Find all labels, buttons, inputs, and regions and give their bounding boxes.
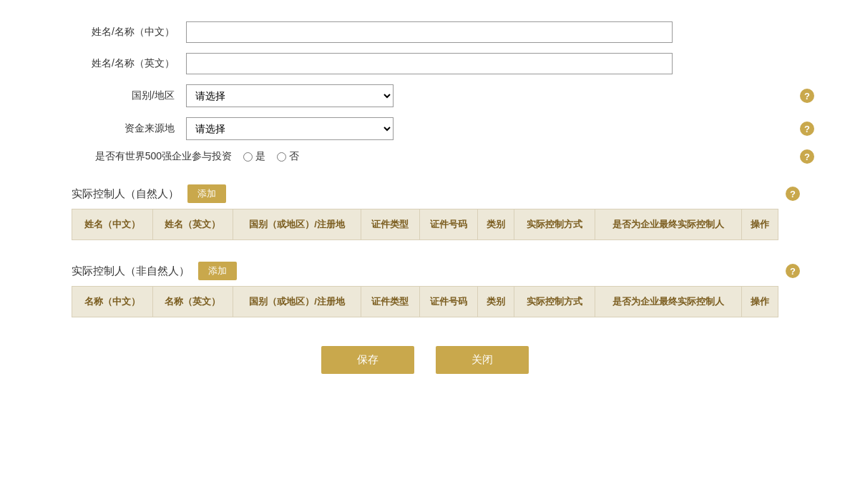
natural-person-header: 实际控制人（自然人） 添加 ? — [72, 177, 778, 209]
nnp-col-name-en: 名称（英文） — [152, 287, 233, 317]
natural-person-block: 实际控制人（自然人） 添加 ? 姓名（中文） 姓名（英文） 国别（或地区）/注册… — [72, 177, 778, 240]
np-col-control-method: 实际控制方式 — [514, 209, 595, 240]
fortune500-help-icon[interactable]: ? — [800, 149, 814, 164]
np-col-operation: 操作 — [741, 209, 778, 240]
name-cn-input[interactable] — [186, 21, 673, 43]
non-natural-person-help-icon[interactable]: ? — [786, 264, 800, 278]
fund-source-help-icon[interactable]: ? — [800, 122, 814, 136]
np-col-name-en: 姓名（英文） — [152, 209, 233, 240]
close-button[interactable]: 关闭 — [436, 346, 529, 374]
np-col-country: 国别（或地区）/注册地 — [233, 209, 361, 240]
non-natural-person-block: 实际控制人（非自然人） 添加 ? 名称（中文） 名称（英文） 国别（或地区）/注… — [72, 255, 778, 317]
np-col-name-cn: 姓名（中文） — [72, 209, 153, 240]
save-button[interactable]: 保存 — [321, 346, 414, 374]
non-natural-person-table-header-row: 名称（中文） 名称（英文） 国别（或地区）/注册地 证件类型 证件号码 类别 实… — [72, 287, 778, 317]
fortune500-yes-text: 是 — [255, 150, 265, 163]
non-natural-person-header: 实际控制人（非自然人） 添加 ? — [72, 255, 778, 286]
np-col-cert-no: 证件号码 — [419, 209, 478, 240]
nnp-col-cert-type: 证件类型 — [361, 287, 419, 317]
non-natural-person-table: 名称（中文） 名称（英文） 国别（或地区）/注册地 证件类型 证件号码 类别 实… — [72, 286, 778, 317]
nnp-col-country: 国别（或地区）/注册地 — [233, 287, 361, 317]
name-en-label: 姓名/名称（英文） — [72, 57, 186, 70]
name-en-row: 姓名/名称（英文） — [72, 53, 778, 74]
nnp-col-category: 类别 — [478, 287, 514, 317]
name-cn-label: 姓名/名称（中文） — [72, 26, 186, 39]
nnp-col-name-cn: 名称（中文） — [72, 287, 153, 317]
natural-person-table: 姓名（中文） 姓名（英文） 国别（或地区）/注册地 证件类型 证件号码 类别 实… — [72, 209, 778, 240]
fortune500-no-label[interactable]: 否 — [277, 150, 299, 163]
fund-source-row: 资金来源地 请选择 ? — [72, 117, 778, 140]
fortune500-no-text: 否 — [289, 150, 299, 163]
fortune500-radio-group: 是 否 — [243, 150, 306, 163]
fortune500-yes-radio[interactable] — [243, 152, 253, 162]
fund-source-label: 资金来源地 — [72, 122, 186, 135]
country-label: 国别/地区 — [72, 89, 186, 102]
natural-person-table-header-row: 姓名（中文） 姓名（英文） 国别（或地区）/注册地 证件类型 证件号码 类别 实… — [72, 209, 778, 240]
fund-source-select[interactable]: 请选择 — [186, 117, 394, 140]
page-container: 姓名/名称（中文） 姓名/名称（英文） 国别/地区 请选择 ? 资金来源地 请选… — [0, 0, 850, 504]
np-col-category: 类别 — [478, 209, 514, 240]
country-row: 国别/地区 请选择 ? — [72, 84, 778, 107]
non-natural-person-title: 实际控制人（非自然人） — [72, 265, 190, 278]
country-select[interactable]: 请选择 — [186, 84, 394, 107]
np-col-ultimate-controller: 是否为企业最终实际控制人 — [595, 209, 741, 240]
fortune500-no-radio[interactable] — [277, 152, 286, 162]
bottom-buttons: 保存 关闭 — [72, 346, 778, 374]
name-cn-row: 姓名/名称（中文） — [72, 21, 778, 43]
nnp-col-ultimate-controller: 是否为企业最终实际控制人 — [595, 287, 741, 317]
name-en-input[interactable] — [186, 53, 673, 74]
natural-person-help-icon[interactable]: ? — [786, 187, 800, 201]
country-help-icon[interactable]: ? — [800, 89, 814, 103]
natural-person-add-button[interactable]: 添加 — [187, 184, 226, 203]
np-col-cert-type: 证件类型 — [361, 209, 419, 240]
non-natural-person-add-button[interactable]: 添加 — [198, 262, 237, 280]
nnp-col-operation: 操作 — [741, 287, 778, 317]
fortune500-label: 是否有世界500强企业参与投资 — [72, 150, 243, 163]
nnp-col-control-method: 实际控制方式 — [514, 287, 595, 317]
nnp-col-cert-no: 证件号码 — [419, 287, 478, 317]
fortune500-yes-label[interactable]: 是 — [243, 150, 265, 163]
form-section: 姓名/名称（中文） 姓名/名称（英文） 国别/地区 请选择 ? 资金来源地 请选… — [72, 21, 778, 163]
fortune500-row: 是否有世界500强企业参与投资 是 否 ? — [72, 150, 778, 163]
natural-person-title: 实际控制人（自然人） — [72, 187, 179, 201]
